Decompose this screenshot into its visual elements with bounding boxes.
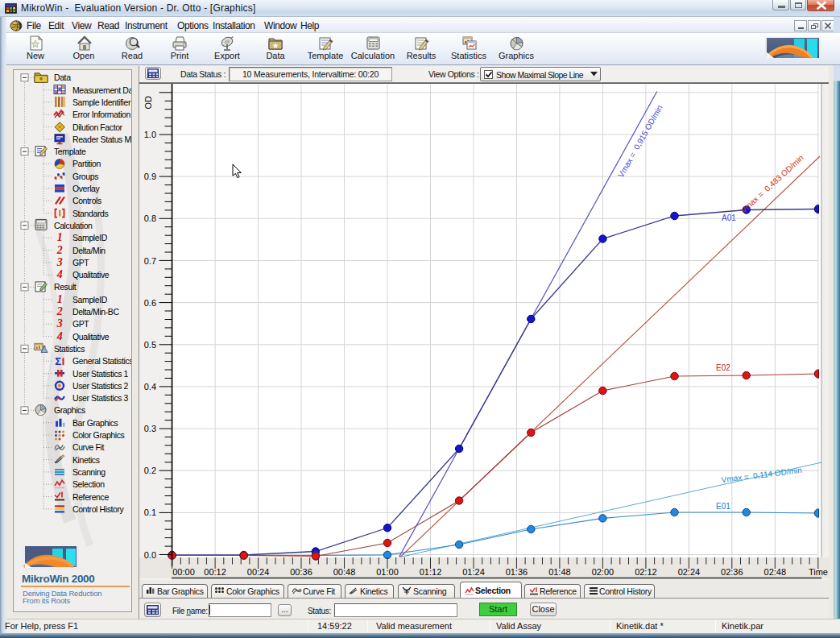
svg-text:01:48: 01:48 (548, 567, 571, 577)
svg-text:00:24: 00:24 (247, 567, 270, 577)
svg-text:4: 4 (56, 330, 63, 342)
svg-text:Partition: Partition (72, 159, 101, 168)
svg-text:Result: Result (54, 282, 77, 292)
svg-text:Color Graphics: Color Graphics (72, 430, 125, 440)
svg-text:User Statistics 1: User Statistics 1 (72, 369, 129, 379)
svg-text:Controls: Controls (72, 196, 101, 205)
svg-text:Selection: Selection (72, 479, 105, 489)
svg-text:0.6: 0.6 (144, 298, 156, 308)
svg-text:01:36: 01:36 (506, 567, 528, 577)
svg-text:0.7: 0.7 (144, 256, 156, 266)
svg-text:Qualitative: Qualitative (72, 332, 110, 342)
svg-text:Scanning: Scanning (72, 467, 106, 477)
svg-text:Template: Template (54, 147, 86, 156)
svg-text:Data: Data (54, 72, 71, 82)
svg-text:Measurement Data: Measurement Data (72, 85, 131, 95)
svg-text:3: 3 (56, 256, 63, 268)
svg-text:1: 1 (57, 231, 63, 243)
svg-text:02:48: 02:48 (764, 567, 787, 577)
svg-text:Bar Graphics: Bar Graphics (72, 418, 118, 428)
svg-text:Delta/Min-BC: Delta/Min-BC (72, 307, 119, 317)
svg-text:Reader Status Monitor: Reader Status Monitor (72, 135, 131, 144)
svg-text:Reference: Reference (72, 492, 109, 502)
svg-text:00:36: 00:36 (290, 567, 312, 577)
svg-text:OD: OD (143, 96, 153, 110)
svg-text:0.5: 0.5 (144, 340, 156, 350)
svg-text:Time: Time (809, 567, 828, 577)
svg-text:User Statistics 3: User Statistics 3 (72, 393, 129, 403)
svg-text:02:12: 02:12 (635, 567, 657, 577)
svg-text:2: 2 (56, 305, 63, 317)
svg-text:02:24: 02:24 (678, 567, 701, 577)
svg-text:02:00: 02:00 (592, 567, 614, 577)
svg-text:GPT: GPT (72, 258, 89, 267)
svg-text:Statistics: Statistics (54, 344, 85, 354)
svg-text:0.8: 0.8 (144, 213, 156, 223)
svg-text:Graphics: Graphics (54, 405, 85, 415)
svg-text:01:12: 01:12 (420, 567, 442, 577)
svg-text:1: 1 (57, 293, 63, 305)
svg-text:General Statistics: General Statistics (72, 356, 131, 366)
svg-text:0.4: 0.4 (144, 382, 156, 392)
svg-text:00:48: 00:48 (333, 567, 356, 577)
svg-text:Groups: Groups (72, 172, 98, 181)
svg-text:Sample Identifier: Sample Identifier (72, 97, 131, 107)
svg-text:Control History: Control History (72, 504, 125, 514)
svg-text:0.1: 0.1 (144, 508, 156, 517)
svg-text:Error Information: Error Information (72, 110, 131, 119)
svg-text:E02: E02 (716, 363, 730, 372)
svg-text:Dilution Factor: Dilution Factor (72, 122, 123, 132)
svg-text:Calculation: Calculation (54, 221, 93, 230)
svg-text:Delta/Min: Delta/Min (72, 246, 106, 255)
svg-text:01:00: 01:00 (376, 567, 399, 577)
svg-text:0.2: 0.2 (144, 466, 156, 475)
svg-text:00:00: 00:00 (172, 567, 195, 577)
svg-text:SampleID: SampleID (72, 233, 108, 242)
svg-text:1.0: 1.0 (144, 130, 156, 139)
svg-text:A01: A01 (722, 213, 736, 222)
svg-text:02:36: 02:36 (721, 567, 743, 577)
svg-text:2: 2 (56, 244, 63, 256)
svg-text:SampleID: SampleID (72, 295, 108, 304)
svg-text:0.3: 0.3 (144, 424, 156, 433)
svg-text:0.9: 0.9 (144, 172, 156, 181)
svg-text:Curve Fit: Curve Fit (72, 442, 104, 452)
svg-text:4: 4 (56, 268, 63, 280)
svg-text:00:12: 00:12 (204, 567, 226, 577)
svg-text:Standards: Standards (72, 209, 108, 218)
svg-text:GPT: GPT (72, 319, 89, 329)
svg-text:Kinetics: Kinetics (72, 455, 100, 465)
svg-text:Overlay: Overlay (72, 184, 101, 193)
svg-text:Qualitative: Qualitative (72, 270, 110, 280)
svg-text:Σ: Σ (55, 355, 61, 367)
svg-text:0.0: 0.0 (144, 550, 156, 560)
svg-text:3: 3 (56, 317, 63, 329)
svg-text:User Statistics 2: User Statistics 2 (72, 381, 129, 391)
svg-text:E01: E01 (716, 502, 730, 511)
svg-text:01:24: 01:24 (462, 567, 485, 577)
